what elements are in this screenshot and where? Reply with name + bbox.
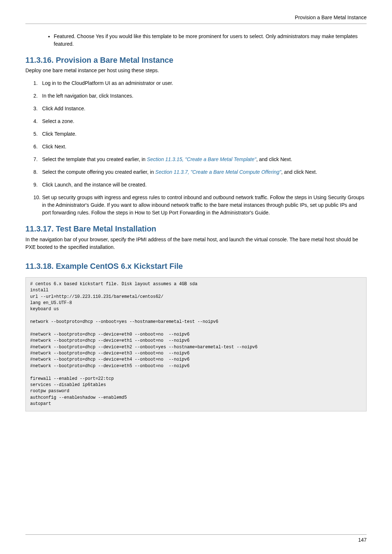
step-8: Select the compute offering you created … — [33, 168, 367, 176]
step-2: In the left navigation bar, click Instan… — [33, 92, 367, 100]
header-rule — [25, 24, 367, 24]
step-7-text-after: , and click Next. — [256, 156, 292, 162]
step-6: Click Next. — [33, 143, 367, 151]
section-number: 11.3.18. — [25, 262, 54, 271]
step-7: Select the template that you created ear… — [33, 156, 367, 163]
step-1: Log in to the CloudPlatform UI as an adm… — [33, 79, 367, 87]
step-9: Click Launch, and the instance will be c… — [33, 181, 367, 189]
provision-steps-list: Log in to the CloudPlatform UI as an adm… — [25, 79, 367, 217]
section-title: Example CentOS 6.x Kickstart File — [56, 262, 183, 271]
step-8-text-after: , and click Next. — [281, 169, 317, 175]
kickstart-code-block: # centos 6.x based kickstart file. Disk … — [25, 277, 367, 411]
section-heading-kickstart: 11.3.18. Example CentOS 6.x Kickstart Fi… — [25, 260, 367, 272]
section-heading-provision: 11.3.16. Provision a Bare Metal Instance — [25, 54, 367, 66]
section-intro-provision: Deploy one bare metal instance per host … — [25, 67, 367, 74]
featured-bullet-item: Featured. Choose Yes if you would like t… — [54, 33, 367, 48]
running-header: Provision a Bare Metal Instance — [25, 14, 367, 21]
section-body-test: In the navigation bar of your browser, s… — [25, 236, 367, 251]
section-heading-test: 11.3.17. Test Bare Metal Installation — [25, 223, 367, 235]
section-title: Provision a Bare Metal Instance — [56, 56, 173, 65]
link-section-11-3-7[interactable]: Section 11.3.7, "Create a Bare Metal Com… — [155, 169, 281, 175]
page-number: 147 — [358, 537, 367, 543]
step-3: Click Add Instance. — [33, 105, 367, 112]
step-4: Select a zone. — [33, 118, 367, 125]
section-number: 11.3.17. — [25, 225, 54, 233]
section-title: Test Bare Metal Installation — [56, 225, 156, 233]
step-5: Click Template. — [33, 130, 367, 138]
section-number: 11.3.16. — [25, 56, 54, 65]
page-footer: 147 — [25, 534, 367, 544]
step-10: Set up security groups with ingress and … — [33, 194, 367, 217]
link-section-11-3-15[interactable]: Section 11.3.15, "Create a Bare Metal Te… — [147, 156, 256, 162]
page: Provision a Bare Metal Instance Featured… — [0, 0, 392, 554]
step-8-text-before: Select the compute offering you created … — [42, 169, 155, 175]
featured-bullet-list: Featured. Choose Yes if you would like t… — [25, 33, 367, 48]
step-7-text-before: Select the template that you created ear… — [42, 156, 147, 162]
running-header-text: Provision a Bare Metal Instance — [295, 14, 367, 21]
